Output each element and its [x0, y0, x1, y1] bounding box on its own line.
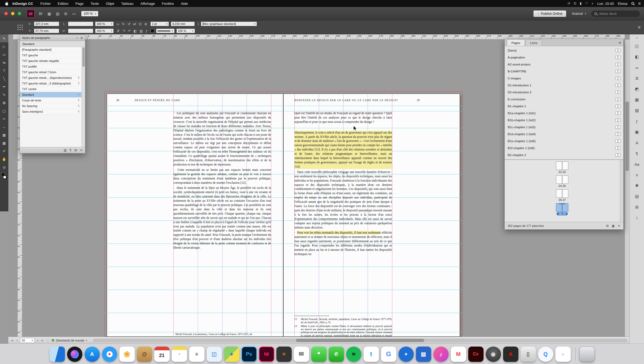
vertical-scrollbar[interactable] [625, 40, 630, 337]
style-row-3[interactable]: TXT justifié [20, 64, 82, 69]
dock-textedit[interactable]: ≣ [189, 347, 204, 362]
menu-fichier[interactable]: Fichier [37, 2, 54, 6]
menu-tableau[interactable]: Tableau [118, 2, 137, 6]
master-row-12[interactable]: B1d-chapitre 1 (txt4) [505, 131, 623, 138]
control-panel-menu-icon[interactable]: ≣ [638, 25, 641, 29]
dock-safari[interactable]: ✦ [102, 347, 117, 362]
reference-point-proxy[interactable] [17, 24, 23, 30]
dock-messages[interactable]: ❝ [311, 347, 327, 362]
dock-calculator[interactable]: = [276, 347, 292, 362]
leading-stepper[interactable]: ▲ ▼ [197, 22, 199, 26]
menu-objet[interactable]: Objet [103, 2, 118, 6]
dock-acrobat[interactable]: A [503, 347, 518, 362]
master-row-10[interactable]: B1b-chapitre 1 (txt2) [505, 117, 623, 124]
menu-edition[interactable]: Edition [54, 2, 72, 6]
spreads-scrollbar[interactable] [620, 160, 623, 222]
gradient-feather-tool[interactable]: ▩ [0, 139, 8, 147]
wrap-icon[interactable]: ▧ [138, 29, 144, 33]
effects-icon[interactable]: ƒ [144, 29, 149, 33]
dock-calendar[interactable]: 21 [154, 347, 170, 362]
arrange-documents-icon[interactable]: ▤ [56, 12, 59, 16]
new-page-icon[interactable]: ▣ [612, 224, 615, 228]
apple-menu-icon[interactable] [3, 2, 10, 6]
fill-swatch[interactable] [1, 173, 5, 176]
story-editor-panel-icon[interactable]: ▤ [632, 191, 642, 202]
gap-tool[interactable]: ⇆ [0, 58, 8, 67]
glyphs-panel-icon[interactable]: ✱ [632, 180, 642, 191]
dock-contacts[interactable]: @ [137, 347, 152, 362]
hand-tool[interactable]: ✋ [0, 155, 8, 163]
wifi-icon[interactable]: ◠ [585, 2, 588, 5]
y-position-field[interactable]: 27,75 mm [34, 28, 59, 33]
text-frame[interactable]: · Les politiques du soin analysées par F… [173, 111, 271, 251]
flip-vertical-icon[interactable]: ◧ [132, 29, 138, 33]
scissors-tool[interactable]: ✂ [0, 115, 8, 123]
panel-collapse-icon[interactable]: « [76, 36, 78, 40]
constrain-proportions-icon[interactable]: ∞ [115, 22, 120, 26]
style-row-11[interactable]: Sans interligne1¶ [20, 109, 82, 115]
master-row-4[interactable]: C-images [505, 75, 623, 82]
scale-x-field[interactable]: 100 % ▾ [95, 21, 114, 26]
tab-pages[interactable]: Pages [507, 39, 525, 46]
master-row-11[interactable]: B1c-chapitre 1 (txt3) [505, 124, 623, 131]
bridge-icon[interactable]: Br [39, 12, 43, 16]
scale-y-field[interactable]: 100 % ▾ [95, 28, 114, 33]
style-row-6[interactable]: TXT gauche retrait...,5 (bibliographie)¶ [20, 81, 82, 86]
direct-selection-tool[interactable]: ▷ [0, 42, 8, 50]
vertical-scrollbar-thumb[interactable] [625, 101, 629, 171]
layers-panel-icon[interactable]: ◧ [632, 52, 642, 62]
new-spread-icon[interactable]: ⊞ [606, 224, 609, 228]
dock-app-store[interactable]: A [85, 347, 100, 362]
text-frame[interactable]: Quel est l'intérêt de ces études de Fouc… [294, 111, 392, 258]
dock-photoshop[interactable]: Ps [241, 347, 257, 362]
time-machine-icon[interactable]: ↺ [568, 2, 570, 5]
menu-fenêtre[interactable]: Fenêtre [158, 2, 177, 6]
style-row-5[interactable]: TXT gauche retrait... (légendes/notes)¶ [20, 75, 82, 81]
dock-gmail[interactable]: M [451, 347, 466, 362]
spread-36-37[interactable]: 36-37 [556, 189, 568, 201]
x-position-field[interactable]: 227,3 mm [34, 21, 59, 26]
master-row-5[interactable]: D1-Introduction 1 [505, 82, 623, 89]
stroke-weight-field[interactable]: 1 pt ▾ [150, 21, 169, 26]
styles-scrollbar[interactable] [82, 47, 85, 147]
rectangle-tool[interactable]: ▢ [0, 107, 8, 115]
dock-compass[interactable]: ✦ [398, 347, 414, 362]
next-page-button[interactable]: › [36, 338, 39, 342]
applied-style-row[interactable]: Standard [20, 41, 85, 47]
spread-32-33[interactable]: 32-33 [556, 161, 568, 174]
menu-aide[interactable]: Aide [177, 2, 191, 6]
previous-page-button[interactable]: ‹ [16, 338, 18, 342]
frame-tool[interactable]: ⊠ [0, 99, 8, 107]
dock-indesign[interactable]: Id [259, 347, 274, 362]
clear-overrides-icon[interactable]: ¶ [69, 148, 71, 152]
fill-stroke-swatches[interactable] [0, 171, 8, 181]
style-row-7[interactable]: TXT centré [20, 86, 82, 92]
table-panel-icon[interactable]: ⊞ [632, 202, 642, 212]
panel-header[interactable]: Styles de paragraphe «≣ [20, 35, 85, 41]
style-row-9[interactable]: Corps de texte¶ [20, 98, 82, 103]
stroke-color-swatch[interactable] [151, 29, 154, 33]
style-row-0[interactable]: [Paragraphe standard] [20, 47, 82, 53]
link-dimensions-icon[interactable]: ⇵ [115, 29, 121, 33]
dock-siri[interactable] [67, 347, 82, 362]
close-button[interactable] [4, 12, 8, 15]
stroke-style-dropdown[interactable]: ▾ [156, 28, 175, 33]
object-style-dropdown[interactable]: [Bloc graphique standard] ▾ [201, 21, 257, 26]
zoom-level-dropdown[interactable]: 100 % ▾ [81, 11, 98, 17]
dock-maps[interactable]: ⌖ [224, 347, 239, 362]
links-panel-icon[interactable]: ∞ [632, 62, 642, 73]
style-row-8[interactable]: Standard¶ [20, 92, 82, 98]
style-row-4[interactable]: TXT gauche retrait 7,5mm [20, 69, 82, 75]
battery-icon[interactable]: ▮ [580, 2, 582, 5]
gradient-panel-icon[interactable]: ▨ [632, 105, 642, 116]
dock-twitter[interactable]: t [364, 347, 379, 362]
style-row-10[interactable]: No Spacing¶ [20, 103, 82, 109]
dock-notes[interactable]: ≡ [172, 347, 187, 362]
view-options-icon[interactable]: ▦ [47, 12, 51, 16]
dock-spotify[interactable]: ≋ [346, 347, 361, 362]
menu-page[interactable]: Page [72, 2, 87, 6]
dock-trash[interactable] [579, 347, 595, 362]
color-panel-icon[interactable]: ◩ [632, 84, 642, 94]
display-icon[interactable]: ⊡ [574, 2, 576, 5]
horizontal-scrollbar-thumb[interactable] [296, 339, 424, 342]
